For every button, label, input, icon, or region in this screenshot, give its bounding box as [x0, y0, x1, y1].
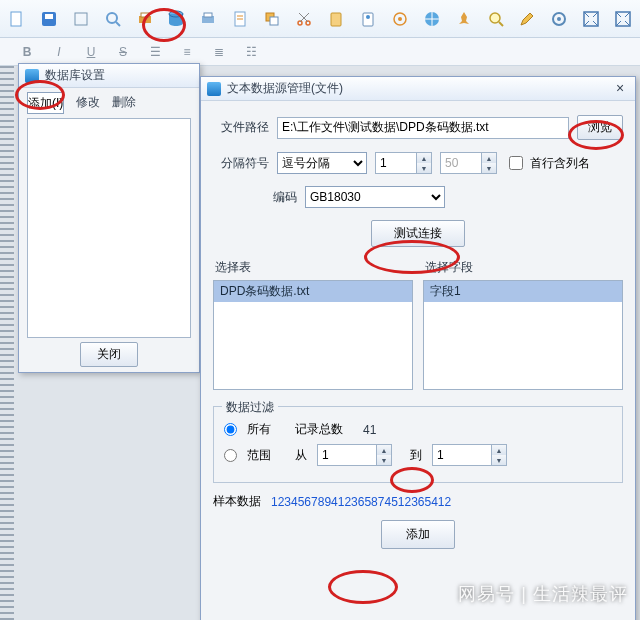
target-icon[interactable]: [389, 8, 411, 30]
format-bar: B I U S ☰ ≡ ≣ ☷: [0, 38, 640, 66]
magnifier-icon[interactable]: [485, 8, 507, 30]
database-icon[interactable]: [166, 8, 188, 30]
delim-label: 分隔符号: [213, 155, 269, 172]
globe-icon[interactable]: [421, 8, 443, 30]
print2-icon[interactable]: [197, 8, 219, 30]
select-field-label: 选择字段: [423, 259, 623, 276]
path-input[interactable]: [277, 117, 569, 139]
work-area: 数据库设置 添加(I) 修改 删除 关闭 文本数据源管理(文件) × 文件路径 …: [0, 66, 640, 620]
svg-rect-0: [11, 12, 21, 26]
svg-point-25: [398, 17, 402, 21]
to-down-icon[interactable]: ▼: [492, 455, 506, 465]
doc-icon[interactable]: [229, 8, 251, 30]
strike-icon[interactable]: S: [114, 45, 132, 59]
filter-to-label: 到: [410, 447, 422, 464]
encoding-label: 编码: [227, 189, 297, 206]
from-input[interactable]: [317, 444, 377, 466]
align-justify-icon[interactable]: ☷: [242, 45, 260, 59]
bold-icon[interactable]: B: [18, 45, 36, 59]
first-row-checkbox-input[interactable]: [509, 156, 523, 170]
stamp-icon[interactable]: [357, 8, 379, 30]
db-delete-link[interactable]: 删除: [112, 92, 136, 114]
fit2-icon[interactable]: [612, 8, 634, 30]
svg-point-30: [557, 17, 561, 21]
sample-label: 样本数据: [213, 493, 261, 510]
db-icon: [25, 69, 39, 83]
spin1-input[interactable]: [375, 152, 417, 174]
from-spin[interactable]: ▲▼: [317, 444, 392, 466]
test-connection-button[interactable]: 测试连接: [371, 220, 465, 247]
select-table-label: 选择表: [213, 259, 413, 276]
spin2-up-icon: ▲: [482, 153, 496, 163]
to-up-icon[interactable]: ▲: [492, 445, 506, 455]
spin2[interactable]: ▲▼: [440, 152, 497, 174]
svg-rect-22: [363, 13, 373, 26]
browse-button[interactable]: 浏览: [577, 115, 623, 140]
first-row-checkbox[interactable]: 首行含列名: [505, 153, 590, 173]
svg-rect-3: [75, 13, 87, 25]
spin1-down-icon[interactable]: ▼: [417, 163, 431, 173]
filter-range-radio[interactable]: [224, 449, 237, 462]
spin1-up-icon[interactable]: ▲: [417, 153, 431, 163]
align-right-icon[interactable]: ≣: [210, 45, 228, 59]
fit-icon[interactable]: [580, 8, 602, 30]
svg-rect-2: [45, 14, 53, 19]
italic-icon[interactable]: I: [50, 45, 68, 59]
ds-icon: [207, 82, 221, 96]
svg-line-5: [116, 22, 120, 26]
from-up-icon[interactable]: ▲: [377, 445, 391, 455]
first-row-label: 首行含列名: [530, 155, 590, 172]
svg-line-28: [499, 22, 503, 26]
settings-icon[interactable]: [548, 8, 570, 30]
align-center-icon[interactable]: ≡: [178, 45, 196, 59]
to-input[interactable]: [432, 444, 492, 466]
delim-select[interactable]: 逗号分隔: [277, 152, 367, 174]
svg-rect-16: [270, 17, 278, 25]
to-spin[interactable]: ▲▼: [432, 444, 507, 466]
main-toolbar: [0, 0, 640, 38]
db-modify-link[interactable]: 修改: [76, 92, 100, 114]
underline-icon[interactable]: U: [82, 45, 100, 59]
table-item[interactable]: DPD条码数据.txt: [214, 281, 412, 302]
close-icon[interactable]: ×: [611, 81, 629, 97]
filter-range-label: 范围: [247, 447, 271, 464]
from-down-icon[interactable]: ▼: [377, 455, 391, 465]
svg-point-27: [490, 13, 500, 23]
svg-rect-7: [141, 13, 149, 17]
svg-point-4: [107, 13, 117, 23]
layers-icon[interactable]: [261, 8, 283, 30]
edit-icon[interactable]: [517, 8, 539, 30]
ruler-edge: [0, 66, 14, 620]
spin2-down-icon: ▼: [482, 163, 496, 173]
db-close-button[interactable]: 关闭: [80, 342, 138, 367]
ds-title-bar[interactable]: 文本数据源管理(文件) ×: [201, 77, 635, 101]
save-icon[interactable]: [38, 8, 60, 30]
db-dialog-title-bar[interactable]: 数据库设置: [19, 64, 199, 88]
db-add-link[interactable]: 添加(I): [27, 92, 64, 114]
filter-legend: 数据过滤: [222, 399, 278, 416]
table-list[interactable]: DPD条码数据.txt: [213, 280, 413, 390]
filter-fieldset: 数据过滤 所有 记录总数 41 范围 从 ▲▼ 到: [213, 406, 623, 483]
field-item[interactable]: 字段1: [424, 281, 622, 302]
clip-icon[interactable]: [325, 8, 347, 30]
db-list[interactable]: [27, 118, 191, 338]
file-icon[interactable]: [6, 8, 28, 30]
print-icon[interactable]: [134, 8, 156, 30]
cut-icon[interactable]: [293, 8, 315, 30]
field-list[interactable]: 字段1: [423, 280, 623, 390]
filter-total-value: 41: [363, 423, 376, 437]
align-left-icon[interactable]: ☰: [146, 45, 164, 59]
spin1[interactable]: ▲▼: [375, 152, 432, 174]
pin-icon[interactable]: [453, 8, 475, 30]
encoding-select[interactable]: GB18030: [305, 186, 445, 208]
ds-dialog-title: 文本数据源管理(文件): [227, 80, 605, 97]
find-icon[interactable]: [102, 8, 124, 30]
page-icon[interactable]: [70, 8, 92, 30]
add-button[interactable]: 添加: [381, 520, 455, 549]
filter-all-label: 所有: [247, 421, 271, 438]
filter-all-radio[interactable]: [224, 423, 237, 436]
watermark: 网易号 | 生活辣最评: [458, 582, 628, 606]
path-label: 文件路径: [213, 119, 269, 136]
data-source-dialog: 文本数据源管理(文件) × 文件路径 浏览 分隔符号 逗号分隔 ▲▼ ▲▼: [200, 76, 636, 620]
database-settings-dialog: 数据库设置 添加(I) 修改 删除 关闭: [18, 63, 200, 373]
